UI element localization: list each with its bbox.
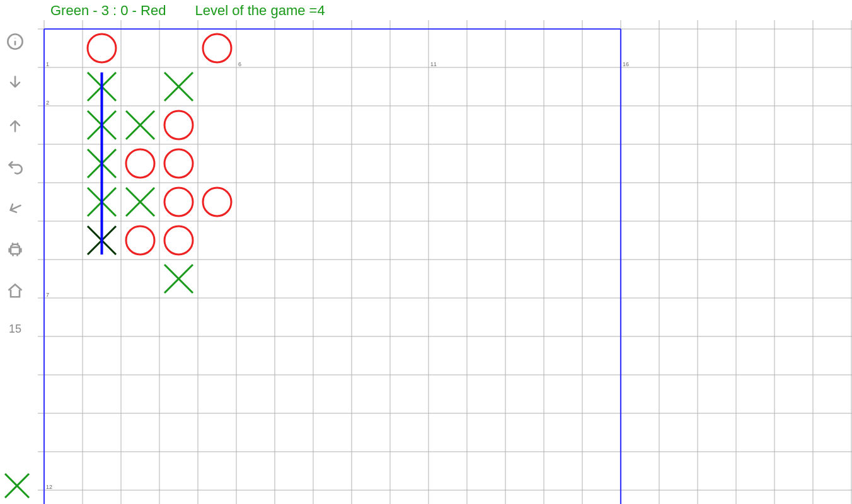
o-piece — [88, 34, 116, 62]
x-piece — [126, 188, 154, 216]
arrow-down-icon — [6, 74, 24, 92]
x-piece — [126, 111, 154, 139]
col-marker: 11 — [430, 61, 437, 67]
o-piece — [126, 226, 154, 255]
undo-button[interactable] — [5, 156, 25, 176]
col-marker: 6 — [238, 61, 241, 67]
row-marker: 7 — [46, 292, 49, 298]
home-icon — [6, 282, 24, 300]
row-marker: 12 — [46, 484, 52, 490]
col-marker: 16 — [623, 61, 629, 67]
level-text: Level of the game =4 — [195, 3, 325, 19]
game-board[interactable]: 1611162712 — [38, 20, 852, 504]
svg-line-4 — [12, 243, 13, 245]
arrow-up-icon — [6, 116, 24, 134]
arrow-back-icon — [6, 199, 24, 217]
o-piece — [164, 149, 193, 178]
home-button[interactable] — [5, 281, 25, 301]
o-piece — [203, 34, 231, 62]
board-size-label[interactable]: 15 — [5, 323, 25, 336]
x-piece — [164, 265, 193, 293]
o-piece — [203, 188, 231, 216]
o-piece — [126, 149, 154, 178]
turn-indicator — [3, 471, 32, 500]
o-piece — [164, 226, 193, 255]
o-piece — [164, 188, 193, 216]
o-piece — [164, 111, 193, 139]
row-marker: 2 — [46, 100, 49, 106]
android-button[interactable] — [5, 239, 25, 260]
svg-line-5 — [17, 243, 18, 245]
down-button[interactable] — [5, 73, 25, 93]
info-button[interactable] — [5, 32, 25, 52]
svg-rect-3 — [11, 248, 20, 255]
status-bar: Green - 3 : 0 - Red Level of the game =4 — [50, 0, 852, 20]
col-marker: 1 — [46, 61, 49, 67]
android-icon — [6, 241, 24, 258]
back-button[interactable] — [5, 198, 25, 218]
x-turn-icon — [3, 471, 32, 500]
x-piece — [164, 72, 193, 101]
info-icon — [6, 33, 24, 50]
sidebar: 15 — [0, 32, 30, 336]
score-text: Green - 3 : 0 - Red — [50, 3, 166, 19]
up-button[interactable] — [5, 115, 25, 135]
undo-icon — [6, 158, 24, 175]
